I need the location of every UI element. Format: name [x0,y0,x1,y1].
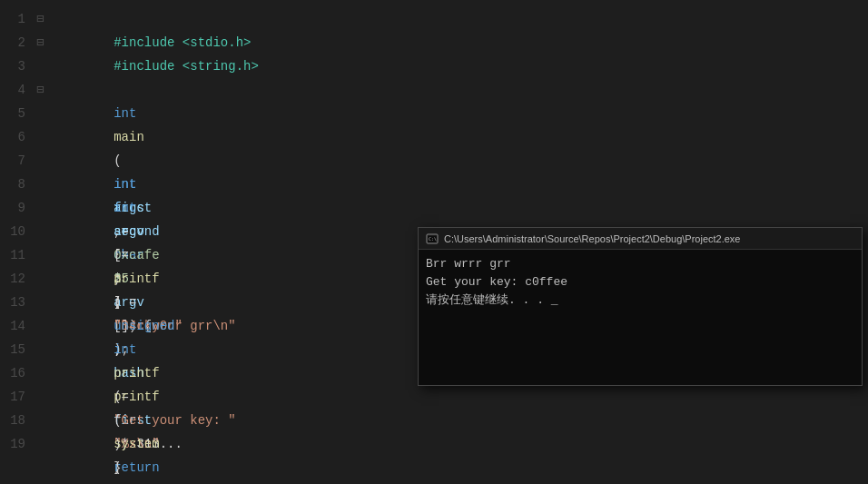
line-number-11: 11 [0,243,36,267]
token: int [113,106,144,121]
line-content-19: } [53,432,122,484]
token: #include <string.h> [113,59,259,74]
line-number-8: 8 [0,173,36,196]
console-titlebar: C:\ C:\Users\Administrator\Source\Repos\… [419,228,862,250]
token [113,437,174,451]
line-number-7: 7 [0,149,36,173]
token [113,295,174,310]
code-line-6: 6 int first = 0xcafe ; [0,125,868,149]
line-number-9: 9 [0,196,36,220]
line-number-3: 3 [0,54,36,78]
line-number-12: 12 [0,267,36,291]
line-number-13: 13 [0,291,36,314]
svg-text:C:\: C:\ [429,236,437,242]
line-number-15: 15 [0,338,36,361]
code-line-1: 1 ⊟ #include <stdio.h> [0,7,868,31]
code-line-4: 4 ⊟ int main ( int argc , char * argv []… [0,78,868,102]
token [113,366,174,380]
code-line-18: 18 return 0 ; [0,409,868,432]
line-gutter-2: ⊟ [36,31,53,54]
console-title: C:\Users\Administrator\Source\Repos\Proj… [444,233,740,244]
code-line-8: 8 argv [ 3 ] = "h4cky0u" ; [0,173,868,196]
code-line-7: 7 int second = 25 ; [0,149,868,173]
line-number-2: 2 [0,31,36,54]
console-output-line-3: 请按任意键继续. . . _ [426,291,854,310]
console-output-line-1: Brr wrrr grr [426,255,854,273]
console-body: Brr wrrr grr Get your key: c0ffee 请按任意键继… [419,250,862,385]
code-line-17: 17 system ( "PAUSE" ); [0,385,868,409]
line-number-16: 16 [0,361,36,385]
token [113,201,174,215]
line-number-5: 5 [0,102,36,125]
code-line-2: 2 ⊟ #include <string.h> [0,31,868,54]
line-number-1: 1 [0,7,36,31]
line-number-6: 6 [0,125,36,149]
line-number-17: 17 [0,385,36,409]
line-number-10: 10 [0,220,36,243]
console-output-line-2: Get your key: c0ffee [426,273,854,291]
console-window[interactable]: C:\ C:\Users\Administrator\Source\Repos\… [418,227,863,386]
token: return [113,460,167,475]
line-number-19: 19 [0,432,36,456]
line-gutter-4: ⊟ [36,78,53,102]
line-gutter-1: ⊟ [36,7,53,31]
console-app-icon: C:\ [426,232,439,245]
line-number-4: 4 [0,78,36,102]
token [113,248,174,262]
line-number-18: 18 [0,409,36,432]
line-number-14: 14 [0,314,36,338]
token: } [113,460,121,475]
